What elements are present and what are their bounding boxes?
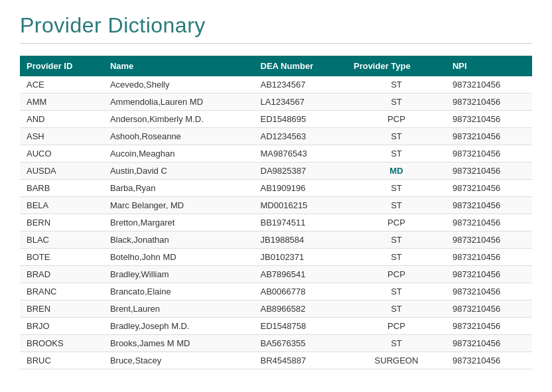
cell-npi: 9873210456 bbox=[446, 318, 532, 335]
cell-dea-number: MD0016215 bbox=[254, 197, 347, 214]
table-row: BRENBrent,LaurenAB8966582ST9873210456 bbox=[20, 300, 532, 318]
cell-provider-id: BOTE bbox=[20, 249, 104, 266]
cell-name: Aucoin,Meaghan bbox=[104, 145, 254, 163]
cell-npi: 9873210456 bbox=[446, 163, 532, 180]
cell-name: Ammendolia,Lauren MD bbox=[104, 94, 254, 111]
cell-provider-type: MD bbox=[347, 163, 446, 180]
cell-name: Bretton,Margaret bbox=[104, 214, 254, 231]
cell-npi: 9873210456 bbox=[446, 197, 532, 214]
cell-provider-type: ST bbox=[347, 231, 446, 249]
cell-provider-type: ST bbox=[347, 249, 446, 266]
cell-dea-number: ED1548695 bbox=[254, 111, 347, 128]
cell-npi: 9873210456 bbox=[446, 300, 532, 318]
cell-provider-id: BRJO bbox=[20, 318, 104, 335]
cell-dea-number: JB0102371 bbox=[254, 249, 347, 266]
cell-provider-id: AND bbox=[20, 111, 104, 128]
table-row: ASHAshooh,RoseanneAD1234563ST9873210456 bbox=[20, 128, 532, 145]
cell-name: Barba,Ryan bbox=[104, 180, 254, 197]
table-row: BERNBretton,MargaretBB1974511PCP98732104… bbox=[20, 214, 532, 231]
cell-provider-type: ST bbox=[347, 128, 446, 145]
cell-npi: 9873210456 bbox=[446, 145, 532, 163]
cell-provider-type: ST bbox=[347, 94, 446, 111]
cell-npi: 9873210456 bbox=[446, 94, 532, 111]
cell-dea-number: JB1988584 bbox=[254, 231, 347, 249]
cell-provider-id: BERN bbox=[20, 214, 104, 231]
cell-name: Anderson,Kimberly M.D. bbox=[104, 111, 254, 128]
cell-provider-id: ASH bbox=[20, 128, 104, 145]
cell-dea-number: AB1909196 bbox=[254, 180, 347, 197]
cell-npi: 9873210456 bbox=[446, 180, 532, 197]
cell-provider-id: BARB bbox=[20, 180, 104, 197]
cell-dea-number: MA9876543 bbox=[254, 145, 347, 163]
cell-provider-id: BLAC bbox=[20, 231, 104, 249]
cell-provider-type: ST bbox=[347, 283, 446, 300]
cell-provider-type: ST bbox=[347, 180, 446, 197]
cell-provider-type: ST bbox=[347, 76, 446, 94]
cell-provider-id: BRAD bbox=[20, 266, 104, 283]
cell-npi: 9873210456 bbox=[446, 128, 532, 145]
table-row: BARBBarba,RyanAB1909196ST9873210456 bbox=[20, 180, 532, 197]
cell-dea-number: AB7896541 bbox=[254, 266, 347, 283]
cell-name: Bruce,Stacey bbox=[104, 352, 254, 369]
cell-provider-type: ST bbox=[347, 197, 446, 214]
cell-provider-type: ST bbox=[347, 335, 446, 352]
cell-provider-id: BRUC bbox=[20, 352, 104, 369]
cell-name: Brooks,James M MD bbox=[104, 335, 254, 352]
cell-provider-type: PCP bbox=[347, 266, 446, 283]
cell-name: Ashooh,Roseanne bbox=[104, 128, 254, 145]
cell-npi: 9873210456 bbox=[446, 352, 532, 369]
cell-provider-type: PCP bbox=[347, 111, 446, 128]
table-row: BRANCBrancato,ElaineAB0066778ST987321045… bbox=[20, 283, 532, 300]
cell-name: Black,Jonathan bbox=[104, 231, 254, 249]
cell-dea-number: BA5676355 bbox=[254, 335, 347, 352]
cell-name: Austin,David C bbox=[104, 163, 254, 180]
cell-provider-type: ST bbox=[347, 300, 446, 318]
cell-provider-type: SURGEON bbox=[347, 352, 446, 369]
provider-dictionary-table: Provider ID Name DEA Number Provider Typ… bbox=[20, 56, 532, 369]
cell-provider-id: BELA bbox=[20, 197, 104, 214]
col-header-provider-id: Provider ID bbox=[20, 56, 104, 76]
cell-provider-type: PCP bbox=[347, 318, 446, 335]
cell-provider-id: AMM bbox=[20, 94, 104, 111]
cell-provider-id: BRANC bbox=[20, 283, 104, 300]
cell-npi: 9873210456 bbox=[446, 111, 532, 128]
table-row: BRJOBradley,Joseph M.D.ED1548758PCP98732… bbox=[20, 318, 532, 335]
cell-dea-number: AB0066778 bbox=[254, 283, 347, 300]
cell-npi: 9873210456 bbox=[446, 231, 532, 249]
col-header-npi: NPI bbox=[446, 56, 532, 76]
cell-dea-number: DA9825387 bbox=[254, 163, 347, 180]
cell-dea-number: AB1234567 bbox=[254, 76, 347, 94]
cell-name: Brent,Lauren bbox=[104, 300, 254, 318]
cell-provider-id: AUSDA bbox=[20, 163, 104, 180]
cell-name: Bradley,Joseph M.D. bbox=[104, 318, 254, 335]
cell-npi: 9873210456 bbox=[446, 76, 532, 94]
cell-dea-number: LA1234567 bbox=[254, 94, 347, 111]
cell-provider-id: BROOKS bbox=[20, 335, 104, 352]
cell-name: Marc Belanger, MD bbox=[104, 197, 254, 214]
cell-provider-type: PCP bbox=[347, 214, 446, 231]
cell-npi: 9873210456 bbox=[446, 249, 532, 266]
cell-npi: 9873210456 bbox=[446, 214, 532, 231]
title-divider bbox=[20, 43, 532, 44]
cell-name: Bradley,William bbox=[104, 266, 254, 283]
col-header-provider-type: Provider Type bbox=[347, 56, 446, 76]
table-row: ANDAnderson,Kimberly M.D.ED1548695PCP987… bbox=[20, 111, 532, 128]
table-row: AMMAmmendolia,Lauren MDLA1234567ST987321… bbox=[20, 94, 532, 111]
table-row: BROOKSBrooks,James M MDBA5676355ST987321… bbox=[20, 335, 532, 352]
table-row: BRUCBruce,StaceyBR4545887SURGEON98732104… bbox=[20, 352, 532, 369]
table-row: BRADBradley,WilliamAB7896541PCP987321045… bbox=[20, 266, 532, 283]
page-title: Provider Dictionary bbox=[20, 13, 532, 38]
table-row: AUCOAucoin,MeaghanMA9876543ST9873210456 bbox=[20, 145, 532, 163]
cell-npi: 9873210456 bbox=[446, 335, 532, 352]
table-row: BLACBlack,JonathanJB1988584ST9873210456 bbox=[20, 231, 532, 249]
cell-name: Brancato,Elaine bbox=[104, 283, 254, 300]
col-header-dea-number: DEA Number bbox=[254, 56, 347, 76]
cell-dea-number: AD1234563 bbox=[254, 128, 347, 145]
table-row: AUSDAAustin,David CDA9825387MD9873210456 bbox=[20, 163, 532, 180]
col-header-name: Name bbox=[104, 56, 254, 76]
table-row: BELAMarc Belanger, MDMD0016215ST98732104… bbox=[20, 197, 532, 214]
cell-dea-number: ED1548758 bbox=[254, 318, 347, 335]
cell-dea-number: BR4545887 bbox=[254, 352, 347, 369]
table-header-row: Provider ID Name DEA Number Provider Typ… bbox=[20, 56, 532, 76]
cell-npi: 9873210456 bbox=[446, 283, 532, 300]
